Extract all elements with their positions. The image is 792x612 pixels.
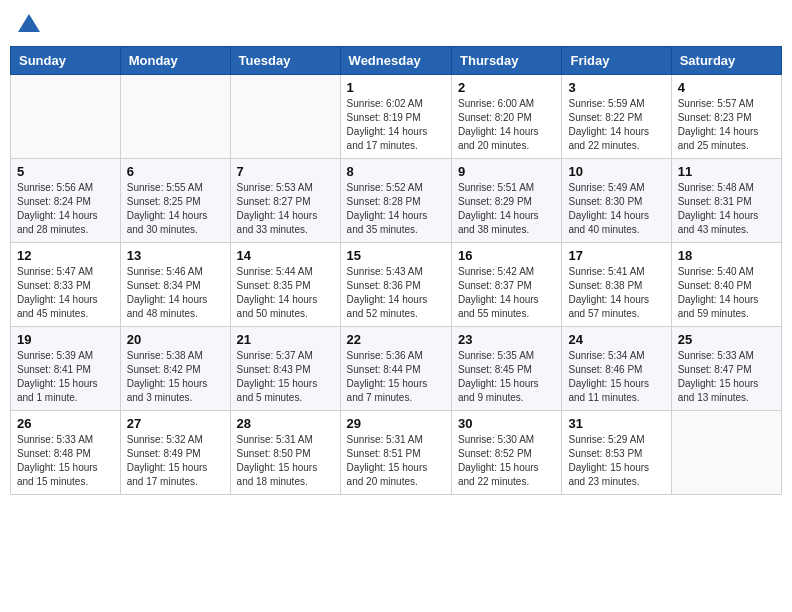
calendar-cell (671, 411, 781, 495)
day-info: Sunrise: 5:29 AM Sunset: 8:53 PM Dayligh… (568, 433, 664, 489)
day-info: Sunrise: 5:36 AM Sunset: 8:44 PM Dayligh… (347, 349, 445, 405)
calendar-cell: 17Sunrise: 5:41 AM Sunset: 8:38 PM Dayli… (562, 243, 671, 327)
calendar-cell: 9Sunrise: 5:51 AM Sunset: 8:29 PM Daylig… (452, 159, 562, 243)
day-info: Sunrise: 5:55 AM Sunset: 8:25 PM Dayligh… (127, 181, 224, 237)
day-info: Sunrise: 5:30 AM Sunset: 8:52 PM Dayligh… (458, 433, 555, 489)
calendar-cell: 26Sunrise: 5:33 AM Sunset: 8:48 PM Dayli… (11, 411, 121, 495)
day-info: Sunrise: 6:00 AM Sunset: 8:20 PM Dayligh… (458, 97, 555, 153)
day-info: Sunrise: 5:47 AM Sunset: 8:33 PM Dayligh… (17, 265, 114, 321)
col-header-monday: Monday (120, 47, 230, 75)
day-info: Sunrise: 5:56 AM Sunset: 8:24 PM Dayligh… (17, 181, 114, 237)
day-info: Sunrise: 5:31 AM Sunset: 8:51 PM Dayligh… (347, 433, 445, 489)
day-number: 29 (347, 416, 445, 431)
day-info: Sunrise: 5:39 AM Sunset: 8:41 PM Dayligh… (17, 349, 114, 405)
day-number: 26 (17, 416, 114, 431)
day-number: 10 (568, 164, 664, 179)
day-number: 9 (458, 164, 555, 179)
day-number: 8 (347, 164, 445, 179)
day-info: Sunrise: 5:33 AM Sunset: 8:48 PM Dayligh… (17, 433, 114, 489)
day-number: 12 (17, 248, 114, 263)
col-header-friday: Friday (562, 47, 671, 75)
calendar-cell (120, 75, 230, 159)
calendar-cell: 2Sunrise: 6:00 AM Sunset: 8:20 PM Daylig… (452, 75, 562, 159)
day-info: Sunrise: 5:37 AM Sunset: 8:43 PM Dayligh… (237, 349, 334, 405)
calendar-cell: 12Sunrise: 5:47 AM Sunset: 8:33 PM Dayli… (11, 243, 121, 327)
calendar-cell: 6Sunrise: 5:55 AM Sunset: 8:25 PM Daylig… (120, 159, 230, 243)
day-number: 3 (568, 80, 664, 95)
day-number: 18 (678, 248, 775, 263)
day-number: 23 (458, 332, 555, 347)
day-info: Sunrise: 5:49 AM Sunset: 8:30 PM Dayligh… (568, 181, 664, 237)
calendar-cell: 5Sunrise: 5:56 AM Sunset: 8:24 PM Daylig… (11, 159, 121, 243)
day-info: Sunrise: 5:34 AM Sunset: 8:46 PM Dayligh… (568, 349, 664, 405)
day-number: 30 (458, 416, 555, 431)
day-number: 17 (568, 248, 664, 263)
day-number: 25 (678, 332, 775, 347)
day-number: 15 (347, 248, 445, 263)
day-number: 21 (237, 332, 334, 347)
day-number: 24 (568, 332, 664, 347)
day-number: 27 (127, 416, 224, 431)
day-info: Sunrise: 5:46 AM Sunset: 8:34 PM Dayligh… (127, 265, 224, 321)
day-info: Sunrise: 5:41 AM Sunset: 8:38 PM Dayligh… (568, 265, 664, 321)
day-info: Sunrise: 5:51 AM Sunset: 8:29 PM Dayligh… (458, 181, 555, 237)
day-info: Sunrise: 6:02 AM Sunset: 8:19 PM Dayligh… (347, 97, 445, 153)
calendar-cell: 15Sunrise: 5:43 AM Sunset: 8:36 PM Dayli… (340, 243, 451, 327)
col-header-tuesday: Tuesday (230, 47, 340, 75)
logo-triangle-icon (18, 12, 40, 34)
day-number: 7 (237, 164, 334, 179)
col-header-wednesday: Wednesday (340, 47, 451, 75)
calendar-cell: 10Sunrise: 5:49 AM Sunset: 8:30 PM Dayli… (562, 159, 671, 243)
day-number: 19 (17, 332, 114, 347)
calendar-cell: 18Sunrise: 5:40 AM Sunset: 8:40 PM Dayli… (671, 243, 781, 327)
calendar-cell: 1Sunrise: 6:02 AM Sunset: 8:19 PM Daylig… (340, 75, 451, 159)
day-info: Sunrise: 5:33 AM Sunset: 8:47 PM Dayligh… (678, 349, 775, 405)
day-number: 6 (127, 164, 224, 179)
calendar-week-3: 12Sunrise: 5:47 AM Sunset: 8:33 PM Dayli… (11, 243, 782, 327)
calendar-cell: 3Sunrise: 5:59 AM Sunset: 8:22 PM Daylig… (562, 75, 671, 159)
day-number: 22 (347, 332, 445, 347)
day-number: 13 (127, 248, 224, 263)
day-number: 1 (347, 80, 445, 95)
calendar-week-4: 19Sunrise: 5:39 AM Sunset: 8:41 PM Dayli… (11, 327, 782, 411)
day-number: 16 (458, 248, 555, 263)
day-number: 14 (237, 248, 334, 263)
day-info: Sunrise: 5:52 AM Sunset: 8:28 PM Dayligh… (347, 181, 445, 237)
calendar-cell: 19Sunrise: 5:39 AM Sunset: 8:41 PM Dayli… (11, 327, 121, 411)
calendar-cell: 28Sunrise: 5:31 AM Sunset: 8:50 PM Dayli… (230, 411, 340, 495)
calendar-week-2: 5Sunrise: 5:56 AM Sunset: 8:24 PM Daylig… (11, 159, 782, 243)
day-number: 2 (458, 80, 555, 95)
calendar-cell: 8Sunrise: 5:52 AM Sunset: 8:28 PM Daylig… (340, 159, 451, 243)
calendar-cell: 7Sunrise: 5:53 AM Sunset: 8:27 PM Daylig… (230, 159, 340, 243)
day-info: Sunrise: 5:40 AM Sunset: 8:40 PM Dayligh… (678, 265, 775, 321)
calendar-cell: 31Sunrise: 5:29 AM Sunset: 8:53 PM Dayli… (562, 411, 671, 495)
page-header (10, 10, 782, 38)
calendar-cell: 30Sunrise: 5:30 AM Sunset: 8:52 PM Dayli… (452, 411, 562, 495)
calendar-week-1: 1Sunrise: 6:02 AM Sunset: 8:19 PM Daylig… (11, 75, 782, 159)
day-info: Sunrise: 5:38 AM Sunset: 8:42 PM Dayligh… (127, 349, 224, 405)
col-header-saturday: Saturday (671, 47, 781, 75)
day-number: 4 (678, 80, 775, 95)
day-info: Sunrise: 5:32 AM Sunset: 8:49 PM Dayligh… (127, 433, 224, 489)
calendar-cell: 24Sunrise: 5:34 AM Sunset: 8:46 PM Dayli… (562, 327, 671, 411)
day-info: Sunrise: 5:44 AM Sunset: 8:35 PM Dayligh… (237, 265, 334, 321)
day-info: Sunrise: 5:42 AM Sunset: 8:37 PM Dayligh… (458, 265, 555, 321)
day-info: Sunrise: 5:31 AM Sunset: 8:50 PM Dayligh… (237, 433, 334, 489)
calendar-cell: 14Sunrise: 5:44 AM Sunset: 8:35 PM Dayli… (230, 243, 340, 327)
logo (14, 10, 40, 38)
calendar-cell: 13Sunrise: 5:46 AM Sunset: 8:34 PM Dayli… (120, 243, 230, 327)
col-header-sunday: Sunday (11, 47, 121, 75)
calendar-cell: 4Sunrise: 5:57 AM Sunset: 8:23 PM Daylig… (671, 75, 781, 159)
svg-marker-0 (18, 14, 40, 32)
calendar-cell: 20Sunrise: 5:38 AM Sunset: 8:42 PM Dayli… (120, 327, 230, 411)
calendar-cell: 23Sunrise: 5:35 AM Sunset: 8:45 PM Dayli… (452, 327, 562, 411)
calendar-cell (11, 75, 121, 159)
calendar-cell: 11Sunrise: 5:48 AM Sunset: 8:31 PM Dayli… (671, 159, 781, 243)
calendar-cell: 27Sunrise: 5:32 AM Sunset: 8:49 PM Dayli… (120, 411, 230, 495)
day-number: 20 (127, 332, 224, 347)
calendar-cell: 25Sunrise: 5:33 AM Sunset: 8:47 PM Dayli… (671, 327, 781, 411)
calendar-cell: 22Sunrise: 5:36 AM Sunset: 8:44 PM Dayli… (340, 327, 451, 411)
calendar-table: SundayMondayTuesdayWednesdayThursdayFrid… (10, 46, 782, 495)
day-info: Sunrise: 5:43 AM Sunset: 8:36 PM Dayligh… (347, 265, 445, 321)
calendar-week-5: 26Sunrise: 5:33 AM Sunset: 8:48 PM Dayli… (11, 411, 782, 495)
